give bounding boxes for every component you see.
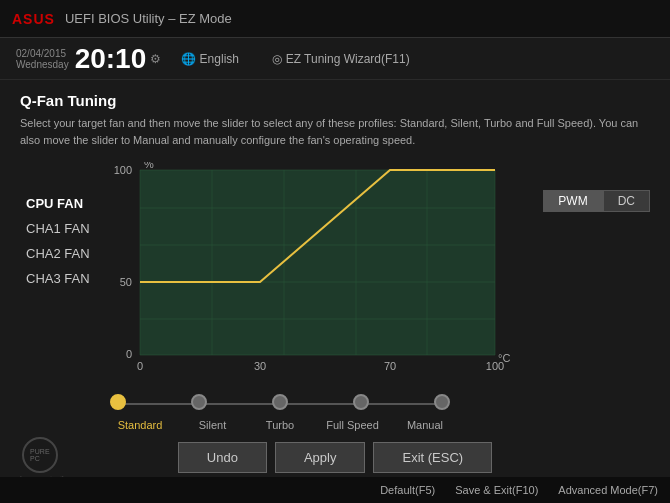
header-title: UEFI BIOS Utility – EZ Mode <box>65 11 232 26</box>
profile-dots-row <box>110 394 450 410</box>
logo-circle: PUREPC <box>22 437 58 473</box>
profile-dot-fullspeed[interactable] <box>353 394 369 410</box>
pure-pc-logo: PUREPC where u can trust! <box>16 437 64 481</box>
svg-text:0: 0 <box>137 360 143 372</box>
exit-button[interactable]: Exit (ESC) <box>373 442 492 473</box>
profile-track <box>110 394 450 414</box>
fan-chart-svg: 100 50 0 % 0 30 70 100 °C <box>110 162 510 382</box>
action-buttons-row: PUREPC where u can trust! Undo Apply Exi… <box>0 442 670 473</box>
fan-item-cha2[interactable]: CHA2 FAN <box>20 242 100 265</box>
wizard-link[interactable]: ◎ EZ Tuning Wizard(F11) <box>272 52 409 66</box>
section-description: Select your target fan and then move the… <box>20 115 640 148</box>
profile-label-turbo: Turbo <box>255 419 305 431</box>
logo-inner-text: PUREPC <box>30 448 49 462</box>
language-label: English <box>200 52 239 66</box>
header-bar: ASUS UEFI BIOS Utility – EZ Mode <box>0 0 670 38</box>
profile-label-fullspeed: Full Speed <box>323 419 383 431</box>
wizard-icon: ◎ <box>272 52 285 66</box>
svg-text:%: % <box>144 162 154 170</box>
fan-chart-container: 100 50 0 % 0 30 70 100 °C <box>110 162 650 386</box>
footer-advanced-btn[interactable]: Advanced Mode(F7) <box>558 484 658 496</box>
svg-text:0: 0 <box>126 348 132 360</box>
profile-dot-manual[interactable] <box>434 394 450 410</box>
profile-dot-silent[interactable] <box>191 394 207 410</box>
profile-slider-area: Standard Silent Turbo Full Speed Manual <box>110 394 650 431</box>
svg-rect-0 <box>140 170 495 355</box>
apply-button[interactable]: Apply <box>275 442 366 473</box>
gear-icon[interactable]: ⚙ <box>150 52 161 66</box>
timebar: 02/04/2015 Wednesday 20:10 ⚙ 🌐 English ◎… <box>0 38 670 80</box>
svg-text:70: 70 <box>384 360 396 372</box>
footer-save-exit-btn[interactable]: Save & Exit(F10) <box>455 484 538 496</box>
fan-item-cpu[interactable]: CPU FAN <box>20 192 100 215</box>
footer-default-btn[interactable]: Default(F5) <box>380 484 435 496</box>
date-block: 02/04/2015 Wednesday <box>16 48 69 70</box>
fan-item-cha3[interactable]: CHA3 FAN <box>20 267 100 290</box>
svg-text:°C: °C <box>498 352 510 364</box>
fan-item-cha1[interactable]: CHA1 FAN <box>20 217 100 240</box>
asus-logo: ASUS <box>12 11 55 27</box>
fan-chart-area: CPU FAN CHA1 FAN CHA2 FAN CHA3 FAN <box>20 162 650 386</box>
footer-bar: Default(F5) Save & Exit(F10) Advanced Mo… <box>0 477 670 503</box>
main-content: Q-Fan Tuning Select your target fan and … <box>0 80 670 443</box>
day-display: Wednesday <box>16 59 69 70</box>
profile-labels-row: Standard Silent Turbo Full Speed Manual <box>110 419 450 431</box>
section-title: Q-Fan Tuning <box>20 92 650 109</box>
svg-text:100: 100 <box>114 164 132 176</box>
globe-icon: 🌐 <box>181 52 199 66</box>
wizard-label: EZ Tuning Wizard(F11) <box>286 52 410 66</box>
date-display: 02/04/2015 <box>16 48 69 59</box>
profile-dot-turbo[interactable] <box>272 394 288 410</box>
profile-dot-standard[interactable] <box>110 394 126 410</box>
time-display: 20:10 <box>75 43 147 75</box>
undo-button[interactable]: Undo <box>178 442 267 473</box>
profile-label-silent: Silent <box>188 419 238 431</box>
fan-list: CPU FAN CHA1 FAN CHA2 FAN CHA3 FAN <box>20 162 100 290</box>
svg-text:50: 50 <box>120 276 132 288</box>
profile-label-standard: Standard <box>110 419 170 431</box>
language-selector[interactable]: 🌐 English <box>181 52 239 66</box>
svg-text:30: 30 <box>254 360 266 372</box>
profile-label-manual: Manual <box>400 419 450 431</box>
